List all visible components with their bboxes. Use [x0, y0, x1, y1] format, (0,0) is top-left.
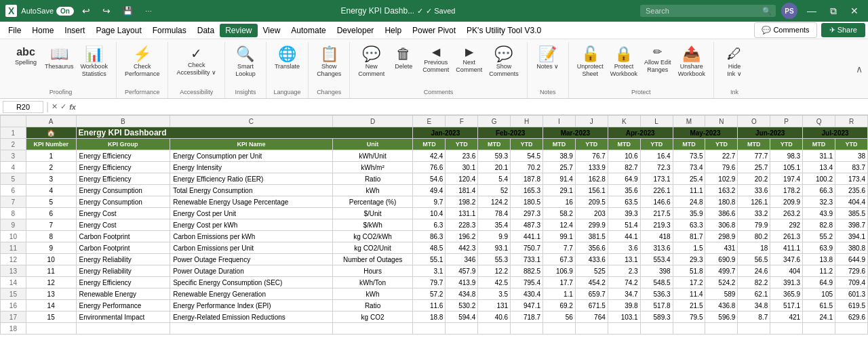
- value-cell[interactable]: 32.3: [803, 196, 835, 208]
- kpi-group-cell[interactable]: Energy Reliability: [76, 265, 170, 277]
- value-cell[interactable]: 718.7: [511, 311, 543, 323]
- check-performance-button[interactable]: ⚡ CheckPerformance: [122, 45, 163, 80]
- value-cell[interactable]: 162.8: [575, 173, 608, 185]
- month-feb-header[interactable]: Feb-2023: [478, 127, 543, 139]
- restore-button[interactable]: ⧉: [826, 4, 841, 18]
- value-cell[interactable]: 9.7: [413, 196, 446, 208]
- value-cell[interactable]: 8.7: [738, 311, 770, 323]
- value-cell[interactable]: 398: [640, 265, 673, 277]
- kpi-name-cell[interactable]: Energy Performance Index (EPI): [170, 300, 332, 311]
- value-cell[interactable]: 51.8: [673, 265, 705, 277]
- kpi-group-cell[interactable]: Energy Reliability: [76, 254, 170, 265]
- col-header-d[interactable]: D: [332, 116, 413, 127]
- value-cell[interactable]: 5.4: [478, 173, 511, 185]
- unit-cell[interactable]: kWh: [332, 185, 413, 196]
- value-cell[interactable]: [803, 323, 835, 335]
- unit-cell[interactable]: $/Unit: [332, 208, 413, 219]
- unprotect-sheet-button[interactable]: 🔓 UnprotectSheet: [574, 45, 606, 80]
- kpi-group-cell[interactable]: Energy Performance: [76, 300, 170, 311]
- value-cell[interactable]: 29.3: [673, 254, 705, 265]
- value-cell[interactable]: 42.4: [413, 150, 446, 162]
- value-cell[interactable]: 82.2: [738, 277, 770, 288]
- kpi-name-cell[interactable]: Power Outage Frequency: [170, 254, 332, 265]
- value-cell[interactable]: 487.3: [511, 219, 543, 231]
- menu-automate[interactable]: Automate: [285, 24, 331, 37]
- value-cell[interactable]: 93.1: [478, 242, 511, 254]
- value-cell[interactable]: 102.9: [705, 173, 738, 185]
- value-cell[interactable]: [640, 323, 673, 335]
- value-cell[interactable]: 22.7: [705, 150, 738, 162]
- value-cell[interactable]: 404.4: [835, 196, 868, 208]
- spelling-button[interactable]: abc Spelling: [11, 45, 41, 68]
- value-cell[interactable]: 659.7: [575, 288, 608, 300]
- col-header-a[interactable]: A: [26, 116, 76, 127]
- month-mar-header[interactable]: Mar-2023: [543, 127, 608, 139]
- value-cell[interactable]: [413, 323, 446, 335]
- value-cell[interactable]: 795.4: [511, 277, 543, 288]
- value-cell[interactable]: 235.6: [835, 185, 868, 196]
- unit-cell[interactable]: kWh/Unit: [332, 150, 413, 162]
- unit-cell[interactable]: kWh/Ton: [332, 277, 413, 288]
- value-cell[interactable]: 63.3: [673, 219, 705, 231]
- value-cell[interactable]: 39.3: [608, 208, 640, 219]
- value-cell[interactable]: 418: [640, 231, 673, 242]
- menu-data[interactable]: Data: [192, 24, 220, 37]
- kpi-name-cell[interactable]: Renewable Energy Generation: [170, 288, 332, 300]
- value-cell[interactable]: 80.2: [738, 231, 770, 242]
- value-cell[interactable]: 433.6: [575, 254, 608, 265]
- unit-cell[interactable]: kg CO2/Unit: [332, 242, 413, 254]
- unit-cell[interactable]: $/kWh: [332, 219, 413, 231]
- value-cell[interactable]: 421: [770, 311, 803, 323]
- value-cell[interactable]: 228.3: [446, 219, 478, 231]
- kpi-group-cell[interactable]: Energy Cost: [76, 219, 170, 231]
- value-cell[interactable]: 17.7: [543, 277, 576, 288]
- value-cell[interactable]: 261.3: [770, 231, 803, 242]
- month-jul-header[interactable]: Jul-2023: [803, 127, 868, 139]
- value-cell[interactable]: 750.7: [511, 242, 543, 254]
- value-cell[interactable]: 16: [543, 196, 576, 208]
- kpi-num-cell[interactable]: 6: [26, 208, 76, 219]
- value-cell[interactable]: 394.1: [835, 231, 868, 242]
- value-cell[interactable]: 764: [575, 311, 608, 323]
- kpi-group-cell[interactable]: Environmental Impact: [76, 311, 170, 323]
- value-cell[interactable]: 59.3: [478, 150, 511, 162]
- autosave-state[interactable]: On: [56, 7, 74, 16]
- value-cell[interactable]: 3.5: [478, 288, 511, 300]
- thesaurus-button[interactable]: 📖 Thesaurus: [42, 45, 77, 72]
- kpi-name-cell[interactable]: Energy Intensity: [170, 162, 332, 173]
- kpi-num-cell[interactable]: 10: [26, 254, 76, 265]
- value-cell[interactable]: [705, 323, 738, 335]
- menu-help[interactable]: Help: [379, 24, 407, 37]
- value-cell[interactable]: [770, 323, 803, 335]
- value-cell[interactable]: 180.5: [511, 196, 543, 208]
- value-cell[interactable]: 131: [478, 300, 511, 311]
- kpi-group-cell[interactable]: Energy Efficiency: [76, 162, 170, 173]
- value-cell[interactable]: 64.9: [803, 277, 835, 288]
- value-cell[interactable]: 83.7: [835, 162, 868, 173]
- value-cell[interactable]: 381.5: [575, 231, 608, 242]
- menu-page-layout[interactable]: Page Layout: [90, 24, 146, 37]
- value-cell[interactable]: 24.8: [673, 196, 705, 208]
- col-header-m[interactable]: M: [673, 116, 705, 127]
- value-cell[interactable]: 105.1: [770, 162, 803, 173]
- value-cell[interactable]: 31.1: [803, 150, 835, 162]
- unit-cell[interactable]: kg CO2: [332, 311, 413, 323]
- unit-cell[interactable]: Percentage (%): [332, 196, 413, 208]
- unit-cell[interactable]: kWh: [332, 288, 413, 300]
- value-cell[interactable]: 2.3: [608, 265, 640, 277]
- value-cell[interactable]: 391.3: [770, 277, 803, 288]
- value-cell[interactable]: 56.5: [738, 254, 770, 265]
- value-cell[interactable]: 52: [478, 185, 511, 196]
- value-cell[interactable]: 1.1: [543, 288, 576, 300]
- value-cell[interactable]: 297.3: [511, 208, 543, 219]
- kpi-name-cell[interactable]: Carbon Emissions per Unit: [170, 242, 332, 254]
- value-cell[interactable]: 16.4: [640, 150, 673, 162]
- value-cell[interactable]: [575, 323, 608, 335]
- kpi-num-cell[interactable]: 7: [26, 219, 76, 231]
- prev-comment-button[interactable]: ◀ PreviousComment: [420, 45, 452, 76]
- month-jan-header[interactable]: Jan-2023: [413, 127, 478, 139]
- kpi-num-cell[interactable]: [26, 323, 76, 335]
- value-cell[interactable]: 385.5: [835, 208, 868, 219]
- value-cell[interactable]: 73.4: [673, 162, 705, 173]
- value-cell[interactable]: 644.9: [835, 254, 868, 265]
